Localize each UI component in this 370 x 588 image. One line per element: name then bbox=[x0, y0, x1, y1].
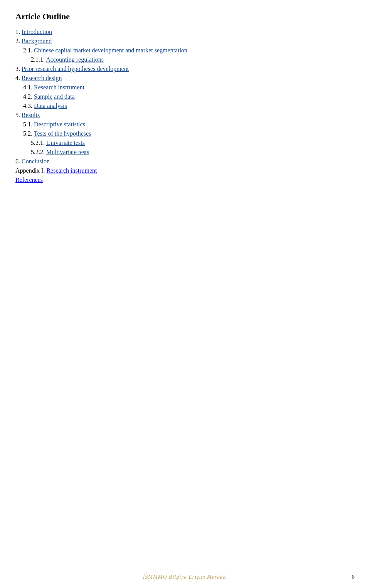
page-title: Article Outline bbox=[15, 12, 355, 22]
footer: İSMMMO Bilgiye Erişim Merkezi bbox=[0, 574, 370, 580]
outline-item-2-1: 2.1. Chinese capital market development … bbox=[23, 47, 355, 54]
references-link[interactable]: References bbox=[15, 176, 43, 183]
item-prefix: 5.2. bbox=[23, 130, 34, 137]
introduction-link[interactable]: Introduction bbox=[22, 29, 52, 35]
data-analysis-link[interactable]: Data analysis bbox=[34, 102, 67, 109]
outline-list: 1. Introduction 2. Background 2.1. Chine… bbox=[15, 29, 355, 165]
prior-research-link[interactable]: Prior research and hypotheses developmen… bbox=[22, 66, 129, 72]
outline-item-1: 1. Introduction bbox=[15, 29, 355, 35]
item-prefix: 6. bbox=[15, 158, 22, 165]
tests-hypotheses-link[interactable]: Tests of the hypotheses bbox=[34, 130, 91, 137]
outline-item-5-2-1: 5.2.1. Univariate tests bbox=[31, 139, 355, 146]
multivariate-tests-link[interactable]: Multivariate tests bbox=[46, 149, 89, 155]
outline-item-2-1-1: 2.1.1. Accounting regulations bbox=[31, 56, 355, 63]
page-container: Article Outline 1. Introduction 2. Backg… bbox=[0, 0, 370, 217]
univariate-tests-link[interactable]: Univariate tests bbox=[46, 139, 85, 146]
chinese-capital-link[interactable]: Chinese capital market development and m… bbox=[34, 47, 187, 54]
accounting-regulations-link[interactable]: Accounting regulations bbox=[46, 56, 104, 63]
results-link[interactable]: Results bbox=[22, 112, 40, 118]
item-prefix: 2.1. bbox=[23, 47, 34, 54]
outline-item-4: 4. Research design bbox=[15, 75, 355, 82]
footer-text: İSMMMO Bilgiye Erişim Merkezi bbox=[143, 574, 227, 580]
appendix-research-instrument-link[interactable]: Research instrument bbox=[46, 167, 97, 174]
background-link[interactable]: Background bbox=[22, 38, 52, 44]
item-prefix: 3. bbox=[15, 66, 22, 72]
footer-page-number: 8 bbox=[352, 574, 355, 580]
item-prefix: 2. bbox=[15, 38, 22, 44]
appendix-line: Appendix I. Research instrument bbox=[15, 167, 355, 174]
item-prefix: 4.3. bbox=[23, 102, 34, 109]
item-prefix: 5.1. bbox=[23, 121, 34, 128]
outline-item-5-2: 5.2. Tests of the hypotheses bbox=[23, 130, 355, 137]
item-prefix: 4. bbox=[15, 75, 22, 81]
outline-item-4-1: 4.1. Research instrument bbox=[23, 84, 355, 91]
outline-item-2: 2. Background bbox=[15, 38, 355, 45]
outline-item-4-2: 4.2. Sample and data bbox=[23, 93, 355, 100]
sample-data-link[interactable]: Sample and data bbox=[34, 93, 75, 100]
outline-item-6: 6. Conclusion bbox=[15, 158, 355, 165]
item-prefix: 2.1.1. bbox=[31, 56, 46, 63]
item-prefix: 5.2.2. bbox=[31, 149, 46, 155]
item-prefix: 1. bbox=[15, 29, 22, 35]
appendix-prefix: Appendix I. bbox=[15, 167, 45, 174]
item-prefix: 4.2. bbox=[23, 93, 34, 100]
descriptive-statistics-link[interactable]: Descriptive statistics bbox=[34, 121, 85, 128]
outline-item-5: 5. Results bbox=[15, 112, 355, 119]
references-line: References bbox=[15, 176, 355, 183]
item-prefix: 4.1. bbox=[23, 84, 34, 91]
item-prefix: 5.2.1. bbox=[31, 139, 46, 146]
research-instrument-link[interactable]: Research instrument bbox=[34, 84, 84, 91]
item-prefix: 5. bbox=[15, 112, 22, 118]
outline-item-3: 3. Prior research and hypotheses develop… bbox=[15, 66, 355, 72]
outline-item-5-2-2: 5.2.2. Multivariate tests bbox=[31, 149, 355, 156]
conclusion-link[interactable]: Conclusion bbox=[22, 158, 50, 165]
outline-item-4-3: 4.3. Data analysis bbox=[23, 102, 355, 109]
outline-item-5-1: 5.1. Descriptive statistics bbox=[23, 121, 355, 128]
research-design-link[interactable]: Research design bbox=[22, 75, 62, 81]
